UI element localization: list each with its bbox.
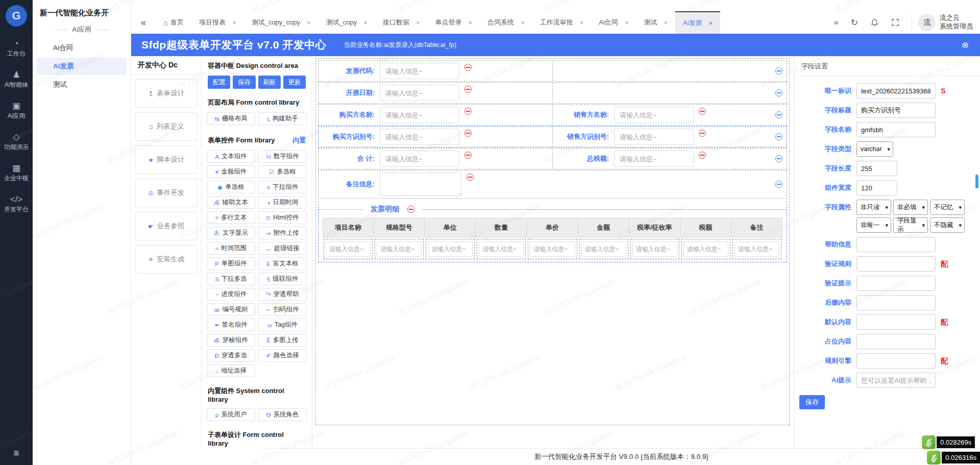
form-lib-item-single-image[interactable]: P单图组件	[207, 257, 255, 270]
rail-item-ai-agent[interactable]: ♟Ai智能体	[0, 70, 33, 89]
setting-suffix-default-content[interactable]: 配	[941, 314, 948, 330]
form-lib-item-transfer-component[interactable]: Æ穿梭组件	[207, 334, 255, 347]
tab-单点登录[interactable]: 单点登录×	[428, 11, 480, 34]
dev-center-item-form-design[interactable]: ↥表单设计	[135, 79, 197, 108]
rail-menu-icon[interactable]: ≡	[0, 448, 33, 459]
field-cell-buyer-name[interactable]: 购买方名称:	[318, 105, 553, 125]
tab-接口数据[interactable]: 接口数据×	[375, 11, 428, 34]
canvas-row[interactable]: 备注信息:	[318, 170, 787, 199]
rail-item-workbench[interactable]: ◔工作台	[0, 39, 33, 58]
tab-工作流审批[interactable]: 工作流审批×	[532, 11, 592, 34]
user-avatar[interactable]: 流	[918, 14, 936, 31]
field-cell-invoice-date[interactable]: 开票日期:	[318, 83, 553, 103]
field-cell-seller-name[interactable]: 销售方名称:	[553, 105, 787, 125]
setting-input-default-content[interactable]	[856, 314, 936, 330]
setting-select-option[interactable]: 非只读▾	[856, 200, 891, 215]
remove-field-icon[interactable]	[464, 64, 472, 71]
form-lib-item-scan-code[interactable]: ∽扫码组件	[258, 303, 307, 316]
remove-row-icon[interactable]	[775, 89, 782, 96]
canvas-row-selected[interactable]: 购买方识别号:销售方识别号:	[318, 126, 787, 148]
field-cell-total[interactable]: 合 计:	[318, 149, 553, 169]
dev-center-item-script-design[interactable]: ★脚本设计	[135, 145, 197, 174]
form-lib-item-address-picker[interactable]: ↓地址选择	[207, 364, 255, 377]
canvas-row[interactable]: 开票日期:	[318, 82, 787, 104]
form-lib-item-text-display[interactable]: あ文字显示	[207, 227, 255, 239]
form-lib-item-multi-select[interactable]: S下拉多选	[207, 273, 255, 285]
form-lib-item-hyperlink[interactable]: ↔超级链接	[258, 242, 307, 255]
tab-Ai合同[interactable]: Ai合同×	[591, 11, 636, 34]
form-lib-item-attachment-upload[interactable]: ⇒附件上传	[258, 227, 307, 239]
setting-input-help-info[interactable]	[856, 237, 936, 252]
form-lib-item-pierce-multi-select[interactable]: Đ穿透多选	[207, 349, 255, 362]
form-lib-item-color-picker[interactable]: ✐颜色选择	[258, 349, 307, 362]
remove-row-icon[interactable]	[775, 181, 782, 188]
rail-item-enterprise-hub[interactable]: ▦企业中枢	[0, 163, 33, 182]
tab-close-icon[interactable]: ×	[232, 19, 236, 27]
tab-项目报表[interactable]: 项目报表×	[191, 11, 244, 34]
remove-field-icon[interactable]	[699, 130, 706, 137]
remove-field-icon[interactable]	[464, 108, 472, 115]
field-cell-remark[interactable]: 备注信息:	[318, 170, 787, 198]
tab-close-icon[interactable]: ×	[664, 19, 668, 27]
tab-close-icon[interactable]: ×	[307, 19, 311, 27]
tab-close-icon[interactable]: ×	[625, 19, 629, 27]
update-button[interactable]: 更新	[283, 76, 306, 89]
detail-cell-input[interactable]	[428, 241, 473, 257]
tab-测试_copy[interactable]: 测试_copy×	[318, 11, 375, 34]
notification-bell-icon[interactable]	[870, 18, 879, 27]
field-cell-buyer-tax-id[interactable]: 购买方识别号:	[318, 127, 553, 147]
tab-close-icon[interactable]: ×	[580, 19, 584, 27]
fullscreen-icon[interactable]	[891, 18, 899, 27]
detail-cell-input[interactable]	[581, 241, 626, 257]
form-lib-item-radio[interactable]: ◉单选框	[207, 181, 255, 193]
canvas-row[interactable]: 发票代码:	[318, 60, 787, 82]
field-cell-total-tax[interactable]: 总税额:	[553, 149, 787, 169]
scrollbar-thumb[interactable]	[975, 175, 978, 188]
form-lib-item-numbering-rule[interactable]: œ编号规则	[207, 303, 255, 316]
remove-field-icon[interactable]	[464, 152, 472, 159]
form-lib-item-signature[interactable]: ✒签名组件	[207, 319, 255, 331]
sidebar-item-test[interactable]: 测试	[37, 76, 127, 93]
config-button[interactable]: 配置	[208, 76, 230, 89]
save-button[interactable]: 保存	[233, 76, 255, 89]
remove-field-icon[interactable]	[467, 174, 474, 181]
setting-input-validation-hint[interactable]	[856, 276, 936, 291]
system-lib-item-system-role[interactable]: Θ系统角色	[258, 408, 307, 421]
rail-item-feature-demo[interactable]: ◇功能演示	[0, 132, 33, 151]
rail-item-ai-app[interactable]: ▣Ai应用	[0, 101, 33, 120]
tab-close-icon[interactable]: ×	[363, 19, 368, 27]
remove-row-icon[interactable]	[775, 111, 782, 118]
setting-select-option[interactable]: 字段显示▾	[893, 217, 928, 233]
dev-header-close-icon[interactable]: ⊗	[962, 40, 969, 51]
setting-input-ai-hint[interactable]	[856, 373, 936, 388]
dev-center-item-business-ref[interactable]: ☛业务参照	[135, 212, 197, 240]
tab-close-icon[interactable]: ×	[521, 19, 525, 27]
field-input-total[interactable]	[380, 151, 459, 167]
user-meta[interactable]: 流之云 系统管理员	[940, 14, 973, 31]
setting-input-field-title[interactable]	[856, 103, 936, 118]
setting-select-option[interactable]: 非必填▾	[893, 200, 928, 215]
field-save-button[interactable]: 保存	[799, 395, 825, 409]
detail-cell-input[interactable]	[734, 241, 779, 257]
dev-center-item-list-define[interactable]: ♫列表定义	[135, 112, 197, 141]
setting-suffix-validation-rule[interactable]: 配	[941, 256, 948, 272]
form-lib-item-pierce-help[interactable]: ↷穿透帮助	[258, 288, 307, 301]
remove-field-icon[interactable]	[464, 130, 472, 137]
tab-close-icon[interactable]: ×	[709, 19, 713, 27]
field-input-buyer-name[interactable]	[380, 107, 459, 123]
refresh-icon[interactable]: ↻	[851, 17, 858, 28]
app-logo[interactable]: G	[6, 5, 27, 27]
setting-input-field-name[interactable]	[856, 122, 936, 137]
setting-input-unique-id[interactable]	[856, 83, 936, 99]
tab-close-icon[interactable]: ×	[469, 19, 473, 27]
form-lib-item-amount-component[interactable]: ¥金额组件	[207, 165, 255, 178]
setting-input-component-width[interactable]	[856, 180, 897, 195]
form-lib-item-text-component[interactable]: A文本组件	[207, 150, 255, 163]
form-lib-item-select-component[interactable]: ≡下拉组件	[258, 181, 307, 193]
tab-home[interactable]: ⌂首页	[156, 11, 191, 34]
form-lib-item-multiline-text[interactable]: =多行文本	[207, 211, 255, 224]
field-input-buyer-tax-id[interactable]	[380, 129, 459, 145]
sidebar-item-ai-contract[interactable]: Ai合同	[37, 39, 127, 57]
layout-item-build-assistant[interactable]: ς构建助手	[258, 112, 307, 125]
form-lib-item-checkbox[interactable]: ☑多选框	[258, 165, 307, 178]
